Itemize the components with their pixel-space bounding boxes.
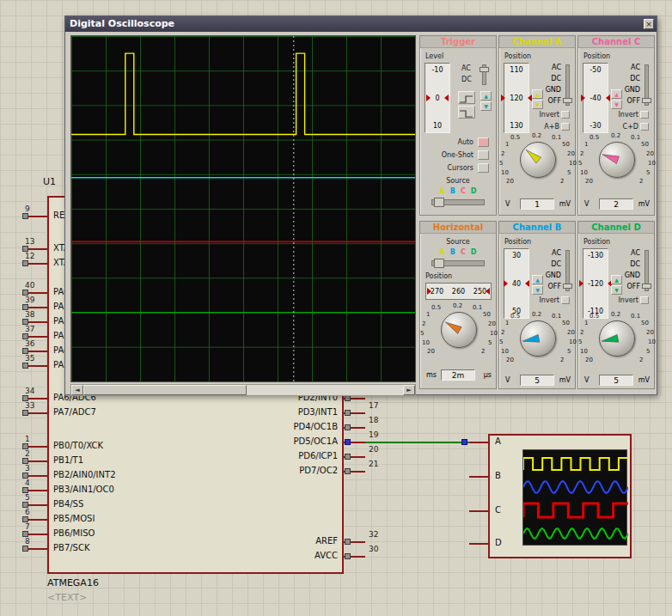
channel-d-title: Channel D	[578, 222, 654, 234]
coupling-option-ac: AC	[537, 64, 561, 75]
scrollbar-right-arrow-icon[interactable]: ►	[403, 385, 415, 395]
horizontal-source-thumb[interactable]	[434, 259, 444, 268]
pin-end-square	[22, 516, 28, 522]
source-channel-d[interactable]: D	[471, 248, 477, 256]
unit-right-label: mV	[638, 376, 650, 384]
channel-a-coupling-slider[interactable]	[565, 64, 570, 106]
scrollbar-left-arrow-icon[interactable]: ◄	[71, 385, 83, 395]
horizontal-panel: Horizontal Source ABCD Position 270 260 …	[419, 221, 497, 389]
dial-scale-label: 50	[562, 320, 570, 326]
channel-b-title: Channel B	[499, 222, 575, 234]
source-channel-b[interactable]: B	[450, 248, 455, 256]
unit-right-label: mV	[638, 200, 650, 208]
sum-label: C+D	[601, 123, 638, 131]
knob-face[interactable]	[520, 142, 556, 178]
pin-label: PB2/AIN0/INT2	[53, 470, 116, 479]
channel-b-position-display[interactable]: 30 40 50	[504, 248, 529, 319]
dial-scale-label: 10	[501, 169, 509, 176]
close-icon[interactable]: ×	[644, 19, 654, 29]
channel-d-gain-knob[interactable]: 0.50.20.1125102050201052	[578, 313, 656, 368]
scrollbar-thumb[interactable]	[83, 385, 247, 395]
cursors-button[interactable]	[478, 163, 489, 173]
dial-scale-label: 20	[585, 178, 593, 185]
channel-a-invert-button[interactable]	[561, 111, 570, 119]
dial-scale-label: 1	[426, 311, 430, 318]
channel-c-title: Channel C	[578, 36, 654, 48]
pin-number: 40	[25, 281, 47, 290]
pin-end-square	[22, 333, 28, 339]
channel-b-coupling-thumb[interactable]	[563, 284, 572, 289]
channel-b-gain-knob[interactable]: 0.50.20.1125102050201052	[499, 313, 577, 368]
dial-scale-label: 50	[641, 320, 649, 326]
pin-end-square	[345, 553, 351, 559]
timebase-knob[interactable]: 0.50.20.1125102050201052	[420, 304, 498, 359]
one-shot-label: One-Shot	[436, 151, 473, 159]
channel-c-coupling-labels: ACDCGNDOFF	[616, 64, 640, 108]
channel-c-coupling-thumb[interactable]	[642, 98, 651, 103]
probe-wave-0	[523, 458, 628, 470]
pin-number: 37	[25, 325, 47, 333]
source-channel-a[interactable]: A	[440, 187, 445, 195]
pin-label: PD4/OC1B	[216, 422, 338, 431]
window-titlebar[interactable]: Digital Oscilloscope ×	[65, 16, 657, 32]
dial-scale-label: 0.5	[590, 313, 599, 320]
pin-number: 17	[369, 401, 391, 410]
probe-pin-stub	[469, 442, 488, 443]
channel-a-coupling-thumb[interactable]	[563, 98, 572, 103]
trigger-source-thumb[interactable]	[434, 198, 444, 207]
source-channel-a[interactable]: A	[440, 248, 445, 256]
channel-a-sum-button[interactable]	[561, 123, 570, 131]
channel-d-position-display[interactable]: -130 -120 -110	[583, 248, 608, 319]
horizontal-position-label: Position	[425, 272, 452, 280]
pin-number: 36	[25, 339, 47, 348]
pin-label: PD5/OC1A	[216, 436, 338, 446]
horizontal-source-slider[interactable]	[431, 260, 485, 266]
pin-end-square	[22, 410, 28, 416]
knob-face[interactable]	[599, 142, 635, 178]
chip-text-placeholder: <TEXT>	[47, 592, 87, 603]
position-marker-right	[482, 288, 490, 295]
channel-c-gain-knob[interactable]: 0.50.20.1125102050201052	[578, 134, 656, 189]
trigger-falling-edge-button[interactable]	[458, 106, 475, 119]
pin-stub	[26, 365, 47, 367]
one-shot-button[interactable]	[478, 150, 489, 160]
source-channel-b[interactable]: B	[450, 187, 455, 195]
channel-a-gain-knob[interactable]: 0.50.20.1125102050201052	[499, 134, 577, 189]
channel-c-sum-button[interactable]	[640, 123, 649, 131]
dial-scale-label: 1	[505, 141, 509, 148]
auto-button[interactable]	[478, 137, 489, 147]
source-channel-c[interactable]: C	[461, 248, 466, 256]
knob-face[interactable]	[520, 320, 556, 357]
channel-b-invert-button[interactable]	[561, 296, 570, 304]
oscilloscope-probe-part[interactable]	[488, 434, 632, 558]
channel-d-coupling-thumb[interactable]	[642, 284, 651, 289]
probe-wave-2	[523, 503, 628, 517]
trigger-coupling-thumb[interactable]	[480, 67, 489, 72]
source-channel-d[interactable]: D	[471, 187, 477, 195]
trigger-coupling-slider[interactable]	[482, 64, 486, 85]
channel-c-invert-button[interactable]	[640, 111, 649, 119]
trigger-level-spinner[interactable]: ▲▼	[480, 91, 492, 112]
scope-horizontal-scrollbar[interactable]: ◄ ►	[70, 384, 416, 396]
dial-scale-label: 20	[488, 320, 496, 327]
trigger-rising-edge-button[interactable]	[458, 91, 475, 104]
knob-face[interactable]	[441, 312, 477, 348]
knob-face[interactable]	[599, 320, 635, 357]
source-channel-c[interactable]: C	[461, 187, 466, 195]
pin-label: PB6/MISO	[53, 528, 95, 538]
channel-d-coupling-slider[interactable]	[645, 250, 649, 291]
channel-c-panel: Channel C Position -50 -40 -30 ▲▼ ACDCGN…	[577, 35, 655, 216]
pin-end-square	[22, 260, 28, 266]
trigger-source-slider[interactable]	[431, 199, 485, 205]
channel-d-invert-button[interactable]	[640, 296, 649, 304]
pin-stub	[26, 292, 47, 294]
channel-c-coupling-slider[interactable]	[645, 64, 649, 106]
unit-left-label: V	[584, 200, 589, 208]
channel-b-coupling-slider[interactable]	[565, 250, 570, 291]
dial-scale-label: 10	[648, 160, 656, 167]
horizontal-position-display[interactable]: 270 260 250	[425, 283, 492, 300]
wire-pd5-to-probe-a[interactable]	[365, 442, 469, 443]
trigger-level-display[interactable]: -10 0 10	[425, 63, 450, 133]
pin-end-square	[22, 348, 28, 354]
chip-reference: U1	[43, 176, 56, 187]
